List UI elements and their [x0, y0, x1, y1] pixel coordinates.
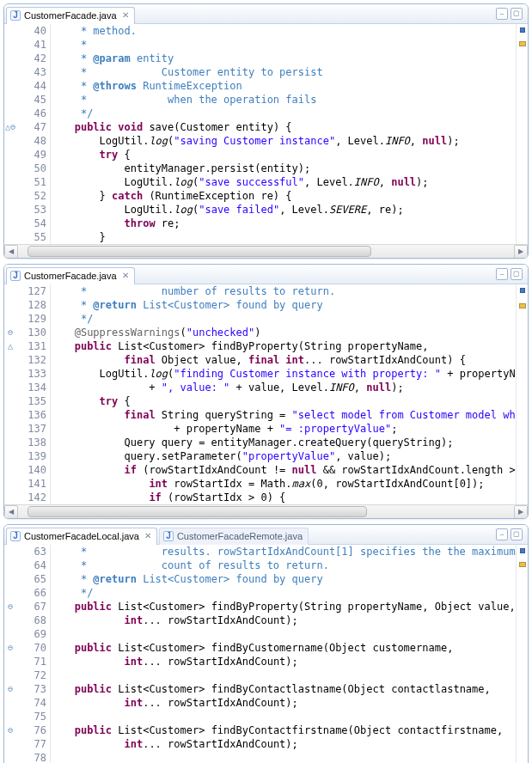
code-line[interactable]	[56, 751, 516, 763]
scroll-left-icon[interactable]: ◀	[4, 245, 18, 259]
tabbar-tools: – ▢	[496, 8, 526, 20]
code-line[interactable]: * Customer entity to persist	[56, 65, 516, 79]
scroll-left-icon[interactable]: ◀	[4, 505, 18, 519]
overview-marker[interactable]	[520, 548, 525, 553]
code-line[interactable]: public List<Customer> findByCustomername…	[56, 641, 516, 655]
code-line[interactable]: LogUtil.log("save successful", Level.INF…	[56, 175, 516, 189]
code-line[interactable]: int... rowStartIdxAndCount);	[56, 696, 516, 710]
maximize-icon[interactable]: ▢	[511, 8, 523, 20]
code-line[interactable]: */	[56, 107, 516, 120]
editor-body: ⊖△ 1271281291301311321331341351361371381…	[4, 284, 528, 518]
minimize-icon[interactable]: –	[496, 8, 508, 20]
code-area[interactable]: ⊖⊖⊖⊖ 63646566676869707172737475767778 * …	[4, 545, 528, 763]
line-number: 47	[16, 120, 46, 134]
fold-marker[interactable]: ⊖	[4, 326, 16, 339]
scroll-right-icon[interactable]: ▶	[514, 505, 528, 519]
maximize-icon[interactable]: ▢	[511, 528, 523, 540]
editor-pane-2: J CustomerFacade.java ✕ – ▢ ⊖△ 127128129…	[3, 264, 529, 519]
code-line[interactable]: * results. rowStartIdxAndCount[1] specif…	[56, 545, 516, 559]
code-line[interactable]: final String queryString = "select model…	[56, 408, 516, 422]
code-line[interactable]: LogUtil.log("save failed", Level.SEVERE,…	[56, 203, 516, 217]
code-line[interactable]: * @throws RuntimeException	[56, 79, 516, 93]
code-line[interactable]: public List<Customer> findByProperty(Str…	[56, 600, 516, 613]
code-line[interactable]: if (rowStartIdxAndCount != null && rowSt…	[56, 463, 516, 477]
code-line[interactable]: * method.	[56, 24, 516, 38]
line-number: 66	[16, 586, 46, 600]
code-line[interactable]: public List<Customer> findByContactlastn…	[56, 682, 516, 696]
code-line[interactable]: Query query = entityManager.createQuery(…	[56, 436, 516, 449]
overview-marker[interactable]	[519, 303, 526, 308]
code-line[interactable]: + ", value: " + value, Level.INFO, null)…	[56, 381, 516, 394]
code-line[interactable]: entityManager.persist(entity);	[56, 162, 516, 175]
code-line[interactable]: * number of results to return.	[56, 284, 516, 298]
fold-marker[interactable]: ⊖	[4, 682, 16, 696]
code-line[interactable]: * @return List<Customer> found by query	[56, 298, 516, 312]
code-lines[interactable]: * method. * * @param entity * Customer e…	[51, 24, 516, 244]
scroll-track[interactable]	[19, 505, 513, 519]
fold-marker[interactable]: ⊖	[4, 723, 16, 737]
code-line[interactable]: int rowStartIdx = Math.max(0, rowStartId…	[56, 477, 516, 491]
code-line[interactable]: if (rowStartIdx > 0) {	[56, 491, 516, 504]
overview-marker[interactable]	[520, 288, 525, 293]
code-line[interactable]	[56, 710, 516, 723]
code-line[interactable]: public List<Customer> findByProperty(Str…	[56, 339, 516, 353]
close-icon[interactable]: ✕	[122, 272, 129, 280]
code-area[interactable]: △⊖ 40414243444546474849505152535455 * me…	[4, 24, 528, 244]
code-line[interactable]: try {	[56, 394, 516, 408]
scroll-track[interactable]	[19, 245, 513, 259]
code-line[interactable]: int... rowStartIdxAndCount);	[56, 655, 516, 668]
java-file-icon: J	[10, 10, 21, 21]
overview-marker[interactable]	[519, 562, 526, 567]
line-number: 48	[16, 134, 46, 148]
line-number: 52	[16, 189, 46, 203]
fold-marker	[4, 284, 16, 298]
code-line[interactable]: public List<Customer> findByContactfirst…	[56, 723, 516, 737]
minimize-icon[interactable]: –	[496, 268, 508, 280]
code-line[interactable]: public void save(Customer entity) {	[56, 120, 516, 134]
code-line[interactable]: *	[56, 38, 516, 52]
tab-customerfacaderemote[interactable]: J CustomerFacadeRemote.java	[159, 528, 309, 545]
tab-customerfacadelocal[interactable]: J CustomerFacadeLocal.java ✕	[6, 528, 157, 545]
fold-marker[interactable]: ⊖	[4, 600, 16, 613]
code-line[interactable]: + propertyName + "= :propertyValue";	[56, 422, 516, 436]
code-lines[interactable]: * number of results to return. * @return…	[51, 284, 516, 504]
fold-marker[interactable]: △⊖	[4, 120, 16, 134]
code-line[interactable]: final Object value, final int... rowStar…	[56, 353, 516, 367]
maximize-icon[interactable]: ▢	[511, 268, 523, 280]
code-line[interactable]: query.setParameter("propertyValue", valu…	[56, 449, 516, 463]
code-line[interactable]: LogUtil.log("saving Customer instance", …	[56, 134, 516, 148]
code-line[interactable]: throw re;	[56, 217, 516, 230]
code-line[interactable]	[56, 668, 516, 682]
fold-marker[interactable]: ⊖	[4, 641, 16, 655]
code-area[interactable]: ⊖△ 1271281291301311321331341351361371381…	[4, 284, 528, 504]
code-line[interactable]: try {	[56, 148, 516, 162]
close-icon[interactable]: ✕	[122, 11, 129, 20]
code-line[interactable]: } catch (RuntimeException re) {	[56, 189, 516, 203]
scroll-right-icon[interactable]: ▶	[514, 245, 528, 259]
code-line[interactable]	[56, 627, 516, 641]
tab-customerfacade[interactable]: J CustomerFacade.java ✕	[6, 267, 135, 284]
code-line[interactable]: * @param entity	[56, 52, 516, 65]
fold-marker	[4, 436, 16, 449]
horizontal-scrollbar[interactable]: ◀ ▶	[4, 504, 528, 518]
scroll-thumb[interactable]	[28, 246, 371, 257]
code-line[interactable]: */	[56, 586, 516, 600]
code-line[interactable]: * count of results to return.	[56, 559, 516, 572]
scroll-thumb[interactable]	[28, 506, 367, 517]
code-line[interactable]: * @return List<Customer> found by query	[56, 572, 516, 586]
horizontal-scrollbar[interactable]: ◀ ▶	[4, 244, 528, 258]
minimize-icon[interactable]: –	[496, 528, 508, 540]
close-icon[interactable]: ✕	[144, 532, 151, 540]
overview-marker[interactable]	[520, 27, 525, 33]
overview-marker[interactable]	[519, 41, 526, 46]
code-line[interactable]: int... rowStartIdxAndCount);	[56, 737, 516, 751]
code-line[interactable]: LogUtil.log("finding Customer instance w…	[56, 367, 516, 381]
code-lines[interactable]: * results. rowStartIdxAndCount[1] specif…	[51, 545, 516, 763]
fold-marker[interactable]: △	[4, 339, 16, 353]
code-line[interactable]: @SuppressWarnings("unchecked")	[56, 326, 516, 339]
code-line[interactable]: int... rowStartIdxAndCount);	[56, 613, 516, 627]
code-line[interactable]: }	[56, 230, 516, 244]
code-line[interactable]: * when the operation fails	[56, 93, 516, 107]
code-line[interactable]: */	[56, 312, 516, 326]
tab-customerfacade[interactable]: J CustomerFacade.java ✕	[6, 7, 135, 24]
